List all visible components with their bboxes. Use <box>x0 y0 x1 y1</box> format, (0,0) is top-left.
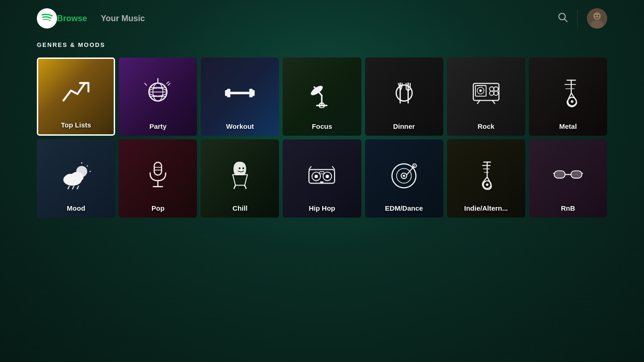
svg-line-25 <box>314 87 322 95</box>
svg-point-64 <box>239 167 241 169</box>
header: Browse Your Music <box>0 0 644 37</box>
svg-point-29 <box>396 85 412 101</box>
main-content: GENRES & MOODS Top Lists <box>0 37 644 218</box>
svg-point-81 <box>483 181 491 189</box>
guitar-icon <box>553 78 583 108</box>
glasses-icon <box>553 160 583 190</box>
svg-point-9 <box>149 83 167 101</box>
svg-rect-22 <box>250 90 255 96</box>
bass-icon <box>471 160 501 190</box>
svg-point-40 <box>477 87 484 94</box>
svg-line-54 <box>68 186 70 189</box>
card-metal[interactable]: Metal <box>529 57 607 136</box>
card-top-lists[interactable]: Top Lists <box>37 57 115 136</box>
card-edm-dance[interactable]: EDM/Dance <box>365 139 443 218</box>
svg-point-82 <box>486 184 488 186</box>
card-label-dinner: Dinner <box>365 122 443 130</box>
svg-line-16 <box>168 83 170 86</box>
svg-point-41 <box>479 89 482 92</box>
svg-rect-21 <box>230 92 250 94</box>
svg-line-17 <box>167 81 169 84</box>
card-label-edm-dance: EDM/Dance <box>365 204 443 212</box>
svg-point-76 <box>396 168 411 183</box>
svg-line-38 <box>477 101 480 104</box>
svg-rect-93 <box>572 172 581 177</box>
card-label-metal: Metal <box>529 122 607 130</box>
card-label-rock: Rock <box>447 122 525 130</box>
svg-point-47 <box>76 166 87 177</box>
turntable-icon <box>389 160 419 190</box>
nav-your-music[interactable]: Your Music <box>101 12 145 25</box>
svg-point-7 <box>595 15 597 17</box>
svg-point-26 <box>309 84 324 97</box>
svg-line-63 <box>245 185 246 189</box>
svg-line-56 <box>77 186 79 189</box>
svg-point-68 <box>315 175 318 178</box>
card-label-rnb: RnB <box>529 204 607 212</box>
svg-point-80 <box>412 164 416 167</box>
card-label-chill: Chill <box>201 204 279 212</box>
boombox-icon <box>307 160 337 190</box>
svg-point-65 <box>243 167 244 169</box>
svg-line-79 <box>406 166 414 175</box>
svg-point-70 <box>326 175 329 178</box>
card-pop[interactable]: Pop <box>119 139 197 218</box>
svg-line-2 <box>565 19 568 22</box>
svg-rect-23 <box>249 89 253 98</box>
card-label-mood: Mood <box>37 204 115 212</box>
svg-point-27 <box>319 103 325 108</box>
svg-rect-57 <box>154 162 162 175</box>
svg-line-18 <box>145 83 147 86</box>
svg-line-62 <box>234 185 236 189</box>
svg-rect-88 <box>571 171 581 178</box>
svg-point-15 <box>149 88 167 96</box>
card-indie-altern[interactable]: Indie/Altern... <box>447 139 525 218</box>
card-label-hip-hop: Hip Hop <box>283 204 361 212</box>
card-party[interactable]: Party <box>119 57 197 136</box>
main-nav: Browse Your Music <box>57 12 145 25</box>
chair-icon <box>225 160 255 190</box>
card-workout[interactable]: Workout <box>201 57 279 136</box>
svg-point-6 <box>593 12 601 20</box>
svg-line-55 <box>73 186 74 189</box>
card-label-top-lists: Top Lists <box>38 121 114 129</box>
card-mood[interactable]: Mood <box>37 139 115 218</box>
svg-rect-71 <box>320 172 324 174</box>
svg-point-69 <box>323 172 332 181</box>
card-rnb[interactable]: RnB <box>529 139 607 218</box>
genre-grid: Top Lists Party <box>37 57 607 218</box>
svg-point-51 <box>64 174 82 186</box>
svg-point-36 <box>489 91 493 95</box>
card-label-party: Party <box>119 122 197 130</box>
svg-point-35 <box>493 87 498 91</box>
svg-point-78 <box>403 175 405 177</box>
card-focus[interactable]: Focus <box>283 57 361 136</box>
section-title: GENRES & MOODS <box>37 41 607 48</box>
svg-line-39 <box>493 101 495 104</box>
card-label-indie-altern: Indie/Altern... <box>447 204 525 212</box>
nav-browse[interactable]: Browse <box>57 12 87 25</box>
svg-point-67 <box>312 172 321 181</box>
user-avatar[interactable] <box>587 8 607 29</box>
card-hip-hop[interactable]: Hip Hop <box>283 139 361 218</box>
svg-rect-92 <box>555 172 564 177</box>
disco-icon <box>143 78 173 108</box>
search-button[interactable] <box>557 11 568 25</box>
svg-point-0 <box>37 8 57 29</box>
svg-line-49 <box>87 166 88 167</box>
svg-point-14 <box>153 83 163 101</box>
amp-icon <box>471 78 501 108</box>
mood-icon <box>61 160 91 190</box>
spotify-logo <box>37 8 57 29</box>
card-chill[interactable]: Chill <box>201 139 279 218</box>
card-dinner[interactable]: Dinner <box>365 57 443 136</box>
svg-point-37 <box>493 91 498 95</box>
header-divider <box>577 9 578 28</box>
svg-rect-19 <box>225 90 230 96</box>
dumbbell-icon <box>225 78 255 108</box>
svg-rect-74 <box>320 182 324 183</box>
svg-point-52 <box>71 172 84 182</box>
card-rock[interactable]: Rock <box>447 57 525 136</box>
card-label-workout: Workout <box>201 122 279 130</box>
svg-point-42 <box>568 98 576 106</box>
